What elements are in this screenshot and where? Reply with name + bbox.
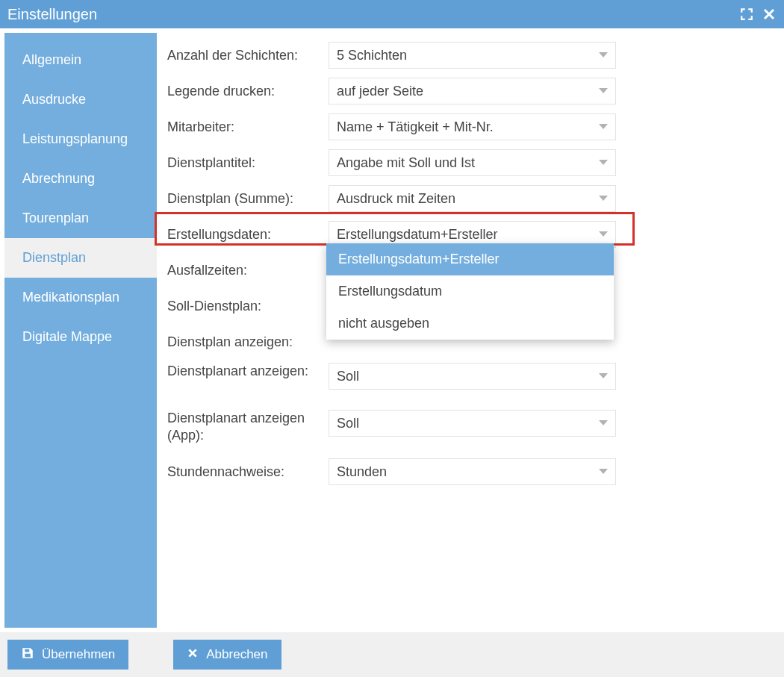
chevron-down-icon bbox=[599, 119, 608, 135]
sidebar-item-abrechnung[interactable]: Abrechnung bbox=[4, 159, 157, 199]
row-mitarbeiter: Mitarbeiter: Name + Tätigkeit + Mit-Nr. bbox=[164, 109, 772, 145]
label-stundennachweise: Stundennachweise: bbox=[164, 464, 329, 480]
label-anzahl-schichten: Anzahl der Schichten: bbox=[164, 48, 329, 63]
cancel-icon bbox=[187, 647, 199, 663]
row-stundennachweise: Stundennachweise: Stunden bbox=[164, 454, 772, 490]
select-stundennachweise[interactable]: Stunden bbox=[329, 458, 616, 485]
footer: Übernehmen Abbrechen bbox=[0, 632, 784, 677]
row-dienstplanart-anzeigen: Dienstplanart anzeigen: Soll bbox=[164, 360, 772, 407]
row-legende-drucken: Legende drucken: auf jeder Seite bbox=[164, 73, 772, 109]
sidebar-item-label: Tourenplan bbox=[22, 210, 89, 225]
cancel-button[interactable]: Abbrechen bbox=[173, 640, 281, 670]
sidebar-item-medikationsplan[interactable]: Medikationsplan bbox=[4, 278, 157, 317]
sidebar-item-label: Leistungsplanung bbox=[22, 131, 128, 146]
label-ausfallzeiten: Ausfallzeiten: bbox=[164, 263, 329, 278]
select-dienstplanart-anzeigen-app[interactable]: Soll bbox=[329, 410, 616, 437]
chevron-down-icon bbox=[599, 416, 608, 431]
select-value: Stunden bbox=[337, 464, 387, 480]
sidebar-item-tourenplan[interactable]: Tourenplan bbox=[4, 199, 157, 238]
sidebar-item-label: Medikationsplan bbox=[22, 290, 119, 305]
select-legende-drucken[interactable]: auf jeder Seite bbox=[329, 78, 616, 104]
select-value: Ausdruck mit Zeiten bbox=[337, 191, 455, 207]
sidebar-item-digitale-mappe[interactable]: Digitale Mappe bbox=[4, 317, 157, 357]
label-soll-dienstplan: Soll-Dienstplan: bbox=[164, 299, 329, 314]
titlebar: Einstellungen bbox=[0, 0, 784, 28]
select-dienstplantitel[interactable]: Angabe mit Soll und Ist bbox=[329, 149, 616, 176]
chevron-down-icon bbox=[599, 48, 608, 63]
chevron-down-icon bbox=[599, 191, 608, 207]
save-icon bbox=[21, 646, 34, 664]
chevron-down-icon bbox=[599, 155, 608, 171]
row-dienstplantitel: Dienstplantitel: Angabe mit Soll und Ist bbox=[164, 145, 772, 181]
dropdown-item-label: Erstellungsdatum bbox=[338, 284, 442, 299]
sidebar: Allgemein Ausdrucke Leistungsplanung Abr… bbox=[4, 33, 157, 628]
select-dienstplanart-anzeigen[interactable]: Soll bbox=[329, 363, 616, 390]
label-dienstplanart-anzeigen: Dienstplanart anzeigen: bbox=[164, 363, 329, 380]
select-value: Soll bbox=[337, 369, 359, 384]
body-area: Allgemein Ausdrucke Leistungsplanung Abr… bbox=[0, 28, 784, 632]
chevron-down-icon bbox=[599, 464, 608, 480]
select-value: Soll bbox=[337, 416, 359, 431]
select-value: Erstellungsdatum+Ersteller bbox=[337, 227, 498, 243]
dropdown-erstellungsdaten: Erstellungsdatum+Ersteller Erstellungsda… bbox=[326, 243, 614, 340]
chevron-down-icon bbox=[599, 227, 608, 243]
sidebar-item-dienstplan[interactable]: Dienstplan bbox=[4, 238, 157, 278]
close-icon[interactable] bbox=[762, 7, 777, 22]
select-mitarbeiter[interactable]: Name + Tätigkeit + Mit-Nr. bbox=[329, 113, 616, 140]
maximize-icon[interactable] bbox=[739, 7, 754, 22]
chevron-down-icon bbox=[599, 84, 608, 99]
dropdown-item-label: nicht ausgeben bbox=[338, 316, 429, 331]
label-dienstplan-summe: Dienstplan (Summe): bbox=[164, 191, 329, 207]
label-dienstplantitel: Dienstplantitel: bbox=[164, 155, 329, 171]
sidebar-item-allgemein[interactable]: Allgemein bbox=[4, 40, 157, 80]
select-value: 5 Schichten bbox=[337, 48, 407, 63]
label-mitarbeiter: Mitarbeiter: bbox=[164, 119, 329, 135]
sidebar-item-label: Ausdrucke bbox=[22, 92, 86, 107]
select-value: Name + Tätigkeit + Mit-Nr. bbox=[337, 119, 494, 135]
row-dienstplan-summe: Dienstplan (Summe): Ausdruck mit Zeiten bbox=[164, 181, 772, 216]
label-dienstplan-anzeigen: Dienstplan anzeigen: bbox=[164, 334, 329, 350]
sidebar-item-label: Allgemein bbox=[22, 52, 81, 67]
row-anzahl-schichten: Anzahl der Schichten: 5 Schichten bbox=[164, 37, 772, 73]
cancel-button-label: Abbrechen bbox=[206, 647, 267, 662]
row-dienstplanart-anzeigen-app: Dienstplanart anzeigen (App): Soll bbox=[164, 407, 772, 454]
sidebar-item-label: Digitale Mappe bbox=[22, 329, 112, 344]
dropdown-item-label: Erstellungsdatum+Ersteller bbox=[338, 252, 500, 266]
dropdown-item[interactable]: Erstellungsdatum+Ersteller bbox=[326, 243, 614, 275]
label-erstellungsdaten: Erstellungsdaten: bbox=[164, 227, 329, 243]
main-panel: Anzahl der Schichten: 5 Schichten Legend… bbox=[157, 33, 780, 628]
dropdown-item[interactable]: nicht ausgeben bbox=[326, 308, 614, 340]
select-dienstplan-summe[interactable]: Ausdruck mit Zeiten bbox=[329, 185, 616, 212]
select-value: Angabe mit Soll und Ist bbox=[337, 155, 475, 171]
label-legende-drucken: Legende drucken: bbox=[164, 84, 329, 99]
sidebar-item-label: Abrechnung bbox=[22, 171, 95, 186]
apply-button[interactable]: Übernehmen bbox=[7, 640, 128, 670]
label-dienstplanart-anzeigen-app: Dienstplanart anzeigen (App): bbox=[164, 410, 329, 445]
apply-button-label: Übernehmen bbox=[42, 647, 115, 662]
sidebar-item-label: Dienstplan bbox=[22, 250, 86, 265]
sidebar-item-ausdrucke[interactable]: Ausdrucke bbox=[4, 80, 157, 119]
dropdown-item[interactable]: Erstellungsdatum bbox=[326, 275, 614, 308]
select-value: auf jeder Seite bbox=[337, 84, 423, 99]
window-title: Einstellungen bbox=[7, 6, 732, 23]
select-anzahl-schichten[interactable]: 5 Schichten bbox=[329, 42, 616, 69]
chevron-down-icon bbox=[599, 369, 608, 384]
sidebar-item-leistungsplanung[interactable]: Leistungsplanung bbox=[4, 119, 157, 159]
settings-window: Einstellungen Allgemein Ausdrucke Leistu… bbox=[0, 0, 784, 677]
